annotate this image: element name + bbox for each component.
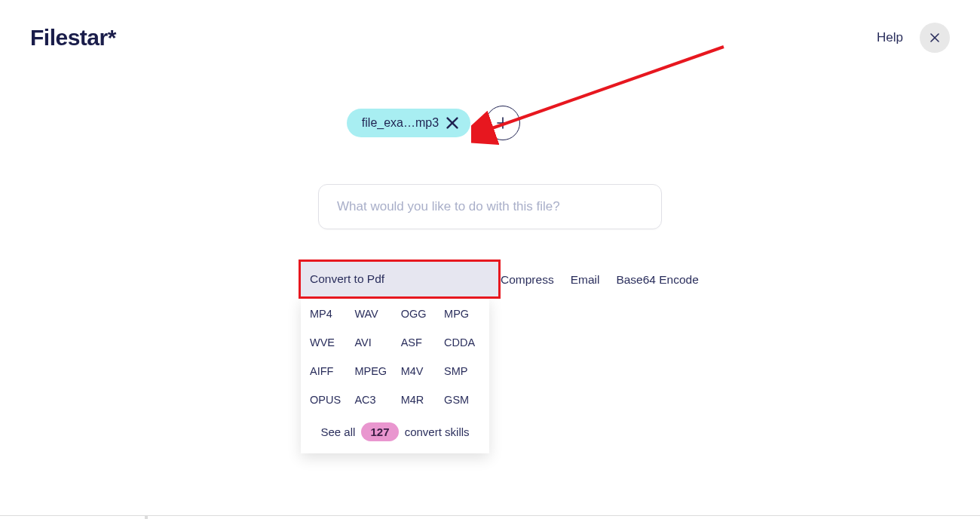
convert-dropdown: MP4 WAV OGG MPG WVE AVI ASF CDDA AIFF MP…	[301, 297, 489, 453]
format-option[interactable]: M4V	[401, 365, 444, 377]
format-option[interactable]: MPG	[444, 308, 480, 320]
see-all-skills[interactable]: See all 127 convert skills	[310, 422, 480, 441]
format-option[interactable]: GSM	[444, 394, 480, 406]
close-icon	[930, 33, 939, 42]
remove-file-button[interactable]	[446, 117, 458, 129]
format-option[interactable]: CDDA	[444, 336, 480, 349]
format-option[interactable]: AIFF	[310, 365, 354, 377]
see-all-suffix: convert skills	[405, 425, 470, 438]
close-button[interactable]	[920, 23, 950, 53]
format-option[interactable]: M4R	[401, 394, 444, 406]
see-all-prefix: See all	[320, 425, 355, 438]
format-option[interactable]: WAV	[354, 308, 400, 320]
format-option[interactable]: MPEG	[354, 365, 400, 377]
format-option[interactable]: AVI	[354, 336, 400, 349]
skills-panel: Convert to Pdf Compress Email Base64 Enc…	[301, 263, 753, 453]
skills-count-badge: 127	[361, 422, 398, 441]
help-link[interactable]: Help	[877, 30, 903, 45]
action-search-input[interactable]	[337, 199, 643, 214]
plus-icon	[497, 117, 509, 129]
format-option[interactable]: MP4	[310, 308, 354, 320]
file-chip[interactable]: file_exa…mp3	[347, 109, 470, 137]
app-logo: Filestar*	[30, 25, 116, 51]
file-chip-label: file_exa…mp3	[362, 116, 439, 130]
divider-stub	[145, 516, 148, 519]
format-option[interactable]: ASF	[401, 336, 444, 349]
add-file-button[interactable]	[485, 106, 520, 140]
format-option[interactable]: OPUS	[310, 394, 354, 406]
email-action[interactable]: Email	[571, 273, 600, 287]
remove-icon	[446, 117, 458, 129]
format-option[interactable]: SMP	[444, 365, 480, 377]
compress-action[interactable]: Compress	[501, 273, 554, 287]
format-option[interactable]: OGG	[401, 308, 444, 320]
convert-to-pdf-action[interactable]: Convert to Pdf	[299, 260, 501, 299]
format-option[interactable]: AC3	[354, 394, 400, 406]
format-option[interactable]: WVE	[310, 336, 354, 349]
action-search-box[interactable]	[318, 184, 662, 229]
base64-encode-action[interactable]: Base64 Encode	[616, 273, 698, 287]
